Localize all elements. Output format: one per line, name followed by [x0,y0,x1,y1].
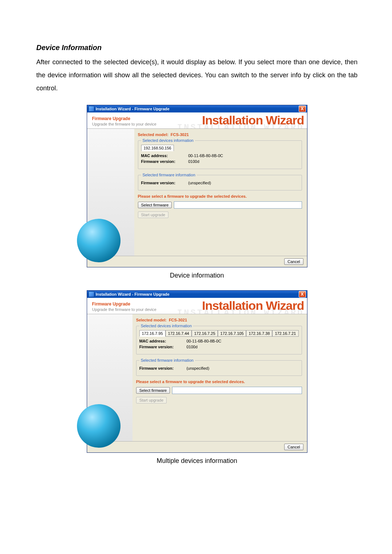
model-value: FCS-3021 [169,318,187,322]
figure2-caption: Multiple devices information [36,457,358,465]
wizard-brand-shadow: INSTALLATION WIZARD [177,123,304,129]
firmware-path-field[interactable] [174,201,302,209]
firmware-group-legend: Selected firmware information [141,173,197,177]
firmware-upgrade-dialog-multi: Installation Wizard - Firmware Upgrade X… [87,290,307,453]
select-firmware-prompt: Please select a firmware to upgrade the … [136,379,302,384]
section-heading: Device Information [36,44,358,52]
selected-fw-version-value: (unspecified) [188,181,211,185]
selected-fw-version-label: Firmware version: [141,181,182,185]
select-firmware-prompt: Please select a firmware to upgrade the … [138,194,302,198]
mac-value: 00-11-6B-80-8B-0C [188,153,223,158]
body-paragraph: After connected to the selected device(s… [36,56,358,95]
device-tab[interactable]: 172.16.7.25 [192,330,218,337]
select-firmware-button[interactable]: Select firmware [136,387,170,394]
devices-info-group: Selected devices information 172.16.7.95… [136,324,302,354]
start-upgrade-button: Start upgrade [138,212,169,218]
model-value: FCS-3021 [171,132,189,137]
dialog-footer: Cancel [87,441,307,452]
left-gradient-panel [87,314,132,441]
app-icon [89,291,94,297]
window-titlebar: Installation Wizard - Firmware Upgrade X [87,105,307,112]
device-tab[interactable]: 172.16.7.21 [272,330,298,337]
wizard-brand-shadow: INSTALLATION WIZARD [177,308,304,314]
decorative-orb [77,404,121,448]
selected-model-line: Selected model: FCS-3021 [136,318,302,322]
dialog-footer: Cancel [87,256,307,267]
firmware-info-group: Selected firmware information Firmware v… [136,358,302,376]
window-titlebar: Installation Wizard - Firmware Upgrade X [87,291,307,298]
firmware-info-group: Selected firmware information Firmware v… [138,173,302,190]
firmware-version-label: Firmware version: [141,159,182,164]
devices-group-legend: Selected devices information [141,138,195,143]
firmware-upgrade-dialog: Installation Wizard - Firmware Upgrade X… [87,105,307,267]
select-firmware-button[interactable]: Select firmware [138,202,172,208]
firmware-version-value: 0100d [188,159,200,164]
firmware-group-legend: Selected firmware information [139,358,195,362]
device-tab[interactable]: 172.16.7.95 [139,330,166,337]
app-icon [89,106,94,112]
device-tab[interactable]: 172.16.7.105 [218,330,246,337]
dialog-header: Firmware Upgrade Upgrade the firmware to… [87,298,307,314]
device-tab[interactable]: 192.168.50.156 [141,145,174,151]
cancel-button[interactable]: Cancel [284,444,303,450]
close-icon[interactable]: X [299,291,306,297]
mac-value: 00-11-6B-80-8B-0C [187,339,221,343]
decorative-orb [77,219,121,262]
device-tab[interactable]: 172.16.7.44 [166,330,192,337]
device-tabs: 172.16.7.95 172.16.7.44 172.16.7.25 172.… [139,330,299,337]
selected-fw-version-value: (unspecified) [187,366,209,370]
start-upgrade-button: Start upgrade [136,397,167,403]
devices-group-legend: Selected devices information [139,324,193,328]
window-title: Installation Wizard - Firmware Upgrade [96,292,299,296]
devices-info-group: Selected devices information 192.168.50.… [138,138,302,169]
selected-fw-version-label: Firmware version: [139,366,180,370]
device-tab[interactable]: 172.16.7.38 [246,330,272,337]
figure1-caption: Device information [36,272,358,279]
left-gradient-panel [87,129,134,256]
model-label: Selected model: [138,132,168,137]
close-icon[interactable]: X [299,106,306,112]
device-tabs: 192.168.50.156 [141,145,299,151]
mac-label: MAC address: [141,153,182,158]
model-label: Selected model: [136,318,167,322]
mac-label: MAC address: [139,339,180,343]
firmware-version-value: 0100d [187,345,198,349]
window-title: Installation Wizard - Firmware Upgrade [96,107,299,111]
dialog-header: Firmware Upgrade Upgrade the firmware to… [87,112,307,129]
firmware-path-field[interactable] [172,387,302,394]
firmware-version-label: Firmware version: [139,345,180,349]
cancel-button[interactable]: Cancel [284,258,303,265]
selected-model-line: Selected model: FCS-3021 [138,132,302,137]
